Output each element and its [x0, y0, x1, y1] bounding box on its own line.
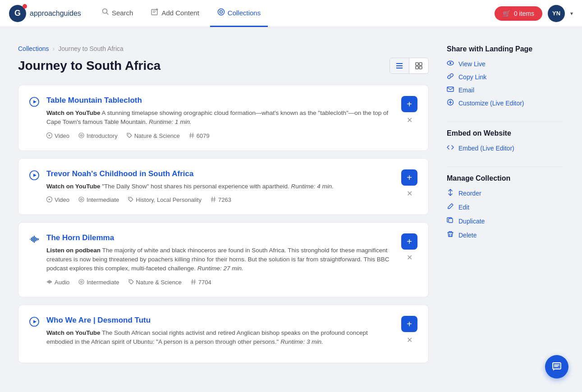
avatar-chevron-icon[interactable]: ▾ — [570, 10, 573, 17]
share-heading: Share with Landing Page — [447, 45, 564, 53]
card-tag: Introductory — [78, 132, 118, 140]
reorder-icon — [447, 189, 454, 197]
card-title[interactable]: Who We Are | Desmond Tutu — [46, 316, 394, 325]
card-title[interactable]: Table Mountain Tablecloth — [46, 96, 394, 105]
add-content-icon — [151, 8, 159, 18]
svg-point-47 — [79, 279, 84, 284]
chat-fab-button[interactable] — [545, 355, 568, 378]
nav-collections[interactable]: Collections — [210, 0, 268, 27]
nav-search-label: Search — [112, 9, 133, 17]
card-media-icon — [29, 234, 39, 247]
logo-text: approachguides — [30, 9, 81, 18]
content-card-4: Who We Are | Desmond Tutu Watch on YouTu… — [18, 305, 429, 364]
svg-line-51 — [194, 279, 195, 284]
tag-icon — [189, 132, 194, 140]
svg-point-49 — [129, 280, 130, 281]
card-title[interactable]: The Horn Dilemma — [46, 233, 394, 242]
nav-add-content-label: Add Content — [161, 9, 199, 17]
card-description: Watch on YouTube The South African socia… — [46, 328, 394, 347]
card-title[interactable]: Trevor Noah's Childhood in South Africa — [46, 169, 394, 178]
tag-icon — [127, 132, 132, 140]
manage-heading: Manage Collection — [447, 174, 564, 182]
customize-link[interactable]: Customize (Live Editor) — [447, 99, 564, 107]
reorder-link[interactable]: Reorder — [447, 189, 564, 197]
logo[interactable]: G approachguides — [9, 5, 81, 22]
tag-icon — [46, 279, 52, 286]
delete-link[interactable]: Delete — [447, 231, 564, 239]
main-container: Collections › Journey to South Africa Jo… — [0, 27, 582, 388]
tag-icon — [46, 132, 52, 140]
card-tags: VideoIntroductoryNature & Science6079 — [46, 132, 394, 140]
nav-add-content[interactable]: Add Content — [144, 0, 206, 27]
card-description: Watch on YouTube "The Daily Show" host s… — [46, 182, 394, 191]
card-tag: Intermediate — [78, 279, 119, 286]
add-to-cart-button[interactable]: + — [401, 316, 417, 332]
tag-icon — [128, 279, 134, 286]
remove-button[interactable]: ✕ — [404, 335, 415, 345]
card-body: Table Mountain Tablecloth Watch on YouTu… — [46, 96, 394, 140]
svg-line-1 — [106, 13, 108, 15]
customize-icon — [447, 99, 454, 107]
collections-icon — [217, 8, 225, 18]
svg-rect-13 — [419, 63, 422, 65]
remove-button[interactable]: ✕ — [404, 252, 415, 263]
card-body: The Horn Dilemma Listen on podbean The m… — [46, 233, 394, 286]
tag-icon — [78, 196, 84, 204]
remove-button[interactable]: ✕ — [404, 188, 415, 199]
svg-point-56 — [449, 62, 451, 64]
svg-line-50 — [192, 279, 192, 284]
tag-icon — [191, 279, 196, 286]
card-body: Trevor Noah's Childhood in South Africa … — [46, 169, 394, 204]
svg-point-28 — [81, 198, 82, 200]
card-actions: + ✕ — [401, 233, 417, 263]
sidebar: Share with Landing Page View Live Copy L… — [447, 45, 564, 370]
add-to-cart-button[interactable]: + — [401, 169, 417, 186]
content-area: Collections › Journey to South Africa Jo… — [18, 45, 429, 370]
copy-link-link[interactable]: Copy Link — [447, 73, 564, 81]
card-tags: VideoIntermediateHistory, Local Personal… — [46, 196, 394, 204]
breadcrumb-parent[interactable]: Collections — [18, 45, 49, 52]
svg-line-21 — [190, 133, 191, 138]
cart-count: 0 items — [514, 10, 534, 17]
share-section: Share with Landing Page View Live Copy L… — [447, 45, 564, 107]
add-to-cart-button[interactable]: + — [401, 96, 417, 112]
card-media-icon — [29, 170, 39, 183]
card-actions: + ✕ — [401, 169, 417, 199]
list-view-button[interactable] — [390, 58, 409, 73]
card-tag: History, Local Personality — [128, 196, 202, 204]
edit-link[interactable]: Edit — [447, 203, 564, 211]
card-tags: AudioIntermediateNature & Science7704 — [46, 279, 394, 286]
tag-icon — [46, 196, 52, 204]
content-card-1: Table Mountain Tablecloth Watch on YouTu… — [18, 85, 429, 151]
card-media-icon — [29, 97, 39, 109]
content-list: Table Mountain Tablecloth Watch on YouTu… — [18, 85, 429, 363]
eye-icon — [447, 59, 454, 68]
svg-rect-59 — [449, 219, 453, 223]
page-title-row: Journey to South Africa — [18, 58, 429, 74]
card-media-icon — [29, 317, 39, 329]
svg-point-8 — [220, 10, 222, 13]
cart-button[interactable]: 🛒 0 items — [495, 6, 542, 21]
nav-search[interactable]: Search — [95, 0, 141, 27]
content-card-2: Trevor Noah's Childhood in South Africa … — [18, 158, 429, 215]
logo-dot — [23, 4, 27, 9]
main-nav: Search Add Content Collections — [95, 0, 495, 27]
nav-collections-label: Collections — [228, 9, 261, 17]
tag-icon — [78, 279, 84, 286]
view-live-link[interactable]: View Live — [447, 59, 564, 68]
email-link[interactable]: Email — [447, 86, 564, 94]
grid-view-button[interactable] — [409, 58, 428, 73]
card-actions: + ✕ — [401, 316, 417, 345]
header: G approachguides Search Add Content Coll… — [0, 0, 582, 27]
add-to-cart-button[interactable]: + — [401, 233, 417, 250]
card-description: Watch on YouTube A stunning timelapse sh… — [46, 109, 394, 127]
search-icon — [102, 8, 109, 17]
sidebar-divider-2 — [447, 167, 564, 167]
card-tag: 6079 — [189, 132, 210, 140]
avatar-button[interactable]: YN — [548, 5, 565, 22]
duplicate-link[interactable]: Duplicate — [447, 217, 564, 225]
edit-icon — [447, 203, 454, 211]
embed-link[interactable]: Embed (Live Editor) — [447, 144, 564, 152]
remove-button[interactable]: ✕ — [404, 115, 415, 125]
logo-icon: G — [9, 5, 26, 22]
